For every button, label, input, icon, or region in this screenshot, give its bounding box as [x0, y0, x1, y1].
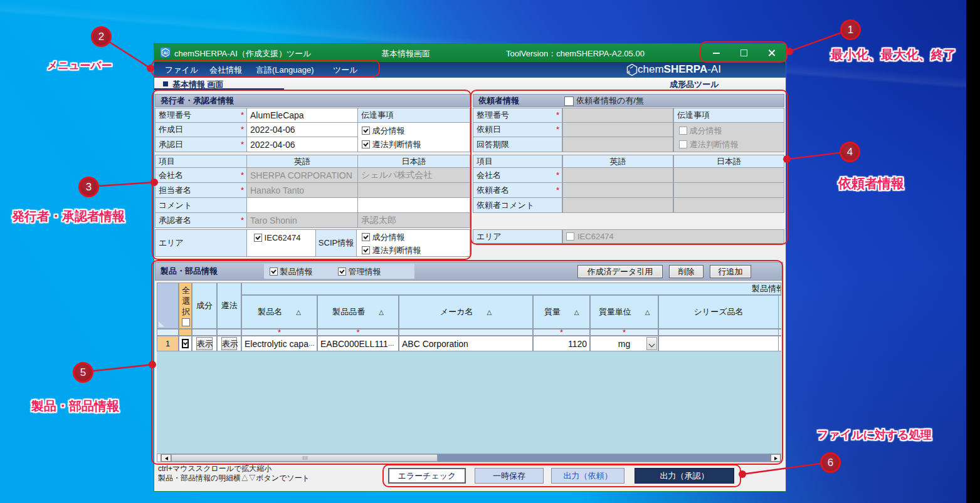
- svg-text:AI: AI: [164, 51, 168, 55]
